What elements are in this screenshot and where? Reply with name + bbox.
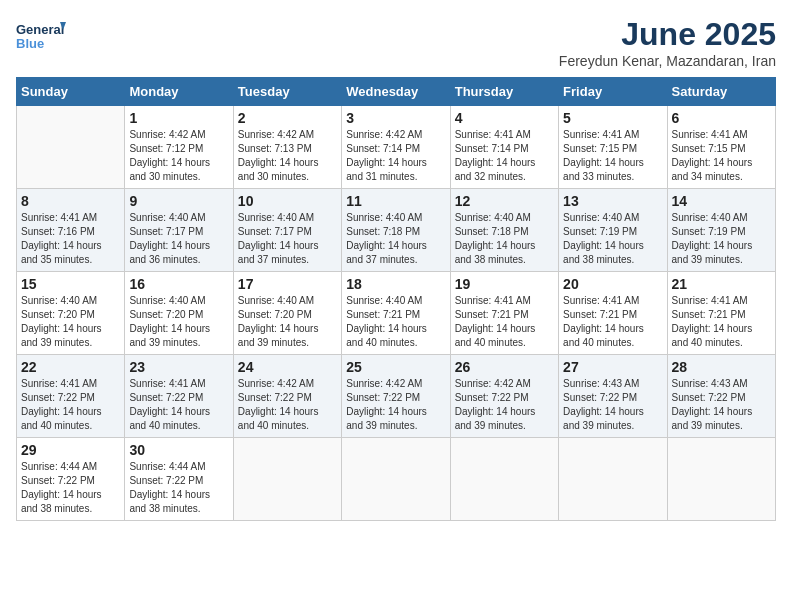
calendar-cell: 6Sunrise: 4:41 AM Sunset: 7:15 PM Daylig… [667,106,775,189]
header: General Blue June 2025 Fereydun Kenar, M… [16,16,776,69]
day-number: 24 [238,359,337,375]
calendar-cell: 24Sunrise: 4:42 AM Sunset: 7:22 PM Dayli… [233,355,341,438]
calendar-cell [450,438,558,521]
header-day-friday: Friday [559,78,667,106]
cell-info: Sunrise: 4:40 AM Sunset: 7:18 PM Dayligh… [346,211,445,267]
day-number: 21 [672,276,771,292]
day-number: 1 [129,110,228,126]
calendar-cell: 14Sunrise: 4:40 AM Sunset: 7:19 PM Dayli… [667,189,775,272]
calendar-cell: 29Sunrise: 4:44 AM Sunset: 7:22 PM Dayli… [17,438,125,521]
day-number: 30 [129,442,228,458]
calendar-cell [342,438,450,521]
day-number: 16 [129,276,228,292]
day-number: 22 [21,359,120,375]
cell-info: Sunrise: 4:40 AM Sunset: 7:17 PM Dayligh… [238,211,337,267]
cell-info: Sunrise: 4:40 AM Sunset: 7:18 PM Dayligh… [455,211,554,267]
header-day-sunday: Sunday [17,78,125,106]
header-day-tuesday: Tuesday [233,78,341,106]
day-number: 29 [21,442,120,458]
cell-info: Sunrise: 4:41 AM Sunset: 7:21 PM Dayligh… [672,294,771,350]
cell-info: Sunrise: 4:40 AM Sunset: 7:20 PM Dayligh… [238,294,337,350]
week-row-1: 1Sunrise: 4:42 AM Sunset: 7:12 PM Daylig… [17,106,776,189]
day-number: 15 [21,276,120,292]
day-number: 6 [672,110,771,126]
cell-info: Sunrise: 4:41 AM Sunset: 7:22 PM Dayligh… [129,377,228,433]
calendar-cell: 13Sunrise: 4:40 AM Sunset: 7:19 PM Dayli… [559,189,667,272]
day-number: 23 [129,359,228,375]
day-number: 18 [346,276,445,292]
day-number: 26 [455,359,554,375]
calendar-cell: 30Sunrise: 4:44 AM Sunset: 7:22 PM Dayli… [125,438,233,521]
day-number: 3 [346,110,445,126]
calendar-cell: 23Sunrise: 4:41 AM Sunset: 7:22 PM Dayli… [125,355,233,438]
day-number: 28 [672,359,771,375]
cell-info: Sunrise: 4:41 AM Sunset: 7:21 PM Dayligh… [563,294,662,350]
title-area: June 2025 Fereydun Kenar, Mazandaran, Ir… [559,16,776,69]
calendar-cell: 4Sunrise: 4:41 AM Sunset: 7:14 PM Daylig… [450,106,558,189]
day-number: 25 [346,359,445,375]
cell-info: Sunrise: 4:41 AM Sunset: 7:15 PM Dayligh… [563,128,662,184]
cell-info: Sunrise: 4:42 AM Sunset: 7:13 PM Dayligh… [238,128,337,184]
month-title: June 2025 [559,16,776,53]
calendar-cell: 8Sunrise: 4:41 AM Sunset: 7:16 PM Daylig… [17,189,125,272]
calendar-cell: 15Sunrise: 4:40 AM Sunset: 7:20 PM Dayli… [17,272,125,355]
week-row-4: 22Sunrise: 4:41 AM Sunset: 7:22 PM Dayli… [17,355,776,438]
calendar-cell: 18Sunrise: 4:40 AM Sunset: 7:21 PM Dayli… [342,272,450,355]
cell-info: Sunrise: 4:41 AM Sunset: 7:14 PM Dayligh… [455,128,554,184]
calendar-cell: 22Sunrise: 4:41 AM Sunset: 7:22 PM Dayli… [17,355,125,438]
cell-info: Sunrise: 4:42 AM Sunset: 7:22 PM Dayligh… [238,377,337,433]
day-number: 13 [563,193,662,209]
calendar-cell: 27Sunrise: 4:43 AM Sunset: 7:22 PM Dayli… [559,355,667,438]
calendar-cell: 12Sunrise: 4:40 AM Sunset: 7:18 PM Dayli… [450,189,558,272]
calendar-cell: 17Sunrise: 4:40 AM Sunset: 7:20 PM Dayli… [233,272,341,355]
calendar-cell: 5Sunrise: 4:41 AM Sunset: 7:15 PM Daylig… [559,106,667,189]
calendar-cell: 28Sunrise: 4:43 AM Sunset: 7:22 PM Dayli… [667,355,775,438]
cell-info: Sunrise: 4:40 AM Sunset: 7:19 PM Dayligh… [563,211,662,267]
calendar-cell [233,438,341,521]
day-number: 10 [238,193,337,209]
cell-info: Sunrise: 4:43 AM Sunset: 7:22 PM Dayligh… [563,377,662,433]
cell-info: Sunrise: 4:40 AM Sunset: 7:21 PM Dayligh… [346,294,445,350]
day-number: 12 [455,193,554,209]
day-number: 5 [563,110,662,126]
cell-info: Sunrise: 4:42 AM Sunset: 7:22 PM Dayligh… [346,377,445,433]
calendar-cell: 9Sunrise: 4:40 AM Sunset: 7:17 PM Daylig… [125,189,233,272]
calendar-cell [559,438,667,521]
calendar-cell [17,106,125,189]
calendar-cell: 26Sunrise: 4:42 AM Sunset: 7:22 PM Dayli… [450,355,558,438]
cell-info: Sunrise: 4:41 AM Sunset: 7:16 PM Dayligh… [21,211,120,267]
calendar-cell: 16Sunrise: 4:40 AM Sunset: 7:20 PM Dayli… [125,272,233,355]
location-subtitle: Fereydun Kenar, Mazandaran, Iran [559,53,776,69]
svg-text:General: General [16,22,64,37]
day-number: 17 [238,276,337,292]
header-day-saturday: Saturday [667,78,775,106]
calendar-cell: 3Sunrise: 4:42 AM Sunset: 7:14 PM Daylig… [342,106,450,189]
cell-info: Sunrise: 4:41 AM Sunset: 7:22 PM Dayligh… [21,377,120,433]
calendar-cell: 21Sunrise: 4:41 AM Sunset: 7:21 PM Dayli… [667,272,775,355]
cell-info: Sunrise: 4:41 AM Sunset: 7:15 PM Dayligh… [672,128,771,184]
calendar-cell [667,438,775,521]
day-number: 20 [563,276,662,292]
week-row-3: 15Sunrise: 4:40 AM Sunset: 7:20 PM Dayli… [17,272,776,355]
week-row-5: 29Sunrise: 4:44 AM Sunset: 7:22 PM Dayli… [17,438,776,521]
day-number: 2 [238,110,337,126]
cell-info: Sunrise: 4:40 AM Sunset: 7:19 PM Dayligh… [672,211,771,267]
logo-svg: General Blue [16,16,66,58]
cell-info: Sunrise: 4:44 AM Sunset: 7:22 PM Dayligh… [21,460,120,516]
calendar-cell: 20Sunrise: 4:41 AM Sunset: 7:21 PM Dayli… [559,272,667,355]
cell-info: Sunrise: 4:40 AM Sunset: 7:20 PM Dayligh… [21,294,120,350]
header-row: SundayMondayTuesdayWednesdayThursdayFrid… [17,78,776,106]
header-day-wednesday: Wednesday [342,78,450,106]
day-number: 19 [455,276,554,292]
cell-info: Sunrise: 4:40 AM Sunset: 7:20 PM Dayligh… [129,294,228,350]
cell-info: Sunrise: 4:42 AM Sunset: 7:22 PM Dayligh… [455,377,554,433]
header-day-thursday: Thursday [450,78,558,106]
day-number: 27 [563,359,662,375]
day-number: 8 [21,193,120,209]
calendar-cell: 10Sunrise: 4:40 AM Sunset: 7:17 PM Dayli… [233,189,341,272]
logo: General Blue [16,16,66,58]
cell-info: Sunrise: 4:42 AM Sunset: 7:12 PM Dayligh… [129,128,228,184]
header-day-monday: Monday [125,78,233,106]
day-number: 4 [455,110,554,126]
cell-info: Sunrise: 4:42 AM Sunset: 7:14 PM Dayligh… [346,128,445,184]
